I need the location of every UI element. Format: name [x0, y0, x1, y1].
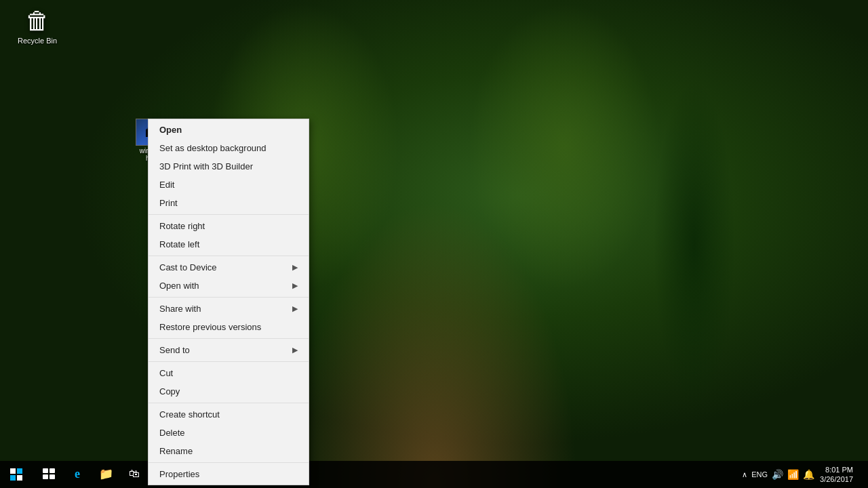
menu-separator: [149, 403, 309, 403]
menu-item-label-send-to: Send to: [159, 345, 190, 355]
menu-item-label-restore-previous: Restore previous versions: [159, 322, 261, 332]
menu-separator: [149, 462, 309, 463]
menu-item-copy[interactable]: Copy: [149, 382, 309, 401]
submenu-arrow-icon: ▶: [292, 263, 298, 272]
menu-item-label-set-desktop: Set as desktop background: [159, 143, 267, 153]
menu-item-open[interactable]: Open: [149, 121, 309, 139]
taskbar-explorer[interactable]: 📁: [92, 461, 119, 488]
taskbar-task-view[interactable]: [35, 461, 62, 488]
menu-item-label-rotate-right: Rotate right: [159, 221, 205, 231]
submenu-arrow-icon: ▶: [292, 304, 298, 313]
taskbar-edge[interactable]: e: [64, 461, 91, 488]
menu-item-send-to[interactable]: Send to▶: [149, 341, 309, 359]
recycle-bin-label: Recycle Bin: [14, 37, 61, 45]
menu-item-print[interactable]: Print: [149, 194, 309, 212]
menu-item-cut[interactable]: Cut: [149, 364, 309, 382]
taskbar-store[interactable]: 🛍: [121, 461, 148, 488]
clock-time: 8:01 PM: [820, 465, 853, 474]
menu-item-label-3d-print: 3D Print with 3D Builder: [159, 161, 253, 171]
menu-item-label-open: Open: [159, 125, 182, 135]
menu-item-label-cut: Cut: [159, 368, 173, 378]
clock-date: 3/26/2017: [820, 474, 853, 484]
svg-rect-3: [50, 474, 55, 479]
menu-item-set-desktop[interactable]: Set as desktop background: [149, 139, 309, 157]
recycle-bin-glyph: 🗑: [14, 7, 61, 35]
menu-item-delete[interactable]: Delete: [149, 424, 309, 442]
svg-rect-1: [50, 468, 55, 473]
menu-item-label-edit: Edit: [159, 180, 174, 190]
menu-item-share-with[interactable]: Share with▶: [149, 300, 309, 318]
menu-item-edit[interactable]: Edit: [149, 176, 309, 194]
menu-separator: [149, 338, 309, 339]
taskbar-right: ∧ ENG 🔊 📶 🔔 8:01 PM 3/26/2017: [736, 465, 868, 485]
menu-item-label-open-with: Open with: [159, 281, 199, 291]
menu-item-label-rotate-left: Rotate left: [159, 239, 199, 249]
context-menu: OpenSet as desktop background3D Print wi…: [148, 119, 309, 485]
windows-logo-icon: [10, 468, 22, 481]
chevron-up-icon[interactable]: ∧: [742, 470, 747, 479]
network-icon[interactable]: 📶: [787, 469, 799, 480]
taskbar-clock[interactable]: 8:01 PM 3/26/2017: [820, 465, 853, 485]
menu-item-label-properties: Properties: [159, 469, 199, 479]
menu-item-create-shortcut[interactable]: Create shortcut: [149, 405, 309, 424]
volume-icon[interactable]: 🔊: [772, 469, 783, 480]
menu-item-3d-print[interactable]: 3D Print with 3D Builder: [149, 157, 309, 176]
taskbar: e 📁 🛍 C:\ ∧ ENG 🔊 📶 🔔 8:01 PM 3/26: [0, 461, 868, 488]
notification-icon[interactable]: 🔔: [803, 469, 814, 480]
explorer-icon: 📁: [99, 467, 113, 481]
taskbar-sys-icons: ∧ ENG 🔊 📶 🔔: [742, 469, 814, 480]
edge-icon: e: [75, 467, 80, 481]
menu-item-label-cast-to-device: Cast to Device: [159, 262, 217, 272]
submenu-arrow-icon: ▶: [292, 346, 298, 354]
menu-item-open-with[interactable]: Open with▶: [149, 277, 309, 295]
desktop: 🗑 Recycle Bin 🏔 windows hero OpenSet as …: [0, 0, 868, 488]
store-icon: 🛍: [129, 468, 140, 480]
menu-item-cast-to-device[interactable]: Cast to Device▶: [149, 258, 309, 277]
menu-item-label-create-shortcut: Create shortcut: [159, 409, 220, 420]
menu-item-rotate-left[interactable]: Rotate left: [149, 235, 309, 253]
svg-rect-0: [43, 468, 48, 473]
menu-separator: [149, 256, 309, 256]
menu-item-label-rename: Rename: [159, 446, 193, 456]
menu-separator: [149, 297, 309, 298]
menu-item-label-print: Print: [159, 198, 178, 208]
menu-item-rotate-right[interactable]: Rotate right: [149, 217, 309, 235]
svg-rect-2: [43, 474, 48, 479]
start-button[interactable]: [0, 461, 33, 488]
menu-item-label-share-with: Share with: [159, 304, 201, 314]
menu-item-label-delete: Delete: [159, 428, 185, 438]
submenu-arrow-icon: ▶: [292, 281, 298, 290]
menu-item-restore-previous[interactable]: Restore previous versions: [149, 318, 309, 336]
menu-separator: [149, 214, 309, 215]
menu-item-label-copy: Copy: [159, 386, 180, 396]
menu-separator: [149, 361, 309, 362]
menu-item-properties[interactable]: Properties: [149, 465, 309, 483]
recycle-bin-icon[interactable]: 🗑 Recycle Bin: [14, 7, 61, 45]
keyboard-icon: ENG: [751, 470, 768, 479]
menu-item-rename[interactable]: Rename: [149, 442, 309, 460]
